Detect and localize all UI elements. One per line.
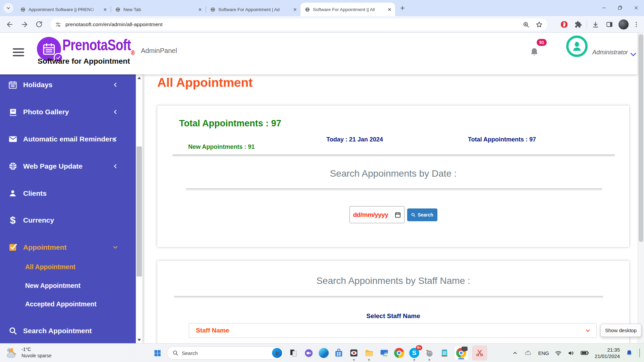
- show-desktop-button[interactable]: [639, 349, 640, 357]
- bookmark-star-icon[interactable]: [536, 21, 543, 28]
- forward-button[interactable]: [20, 20, 29, 28]
- sidebar-item-currency[interactable]: $ Currency: [0, 212, 134, 229]
- zoom-in-icon[interactable]: [523, 21, 530, 28]
- user-role-label[interactable]: Administrator: [592, 49, 628, 56]
- edge-browser-icon[interactable]: [318, 347, 329, 359]
- back-button[interactable]: [6, 20, 14, 28]
- brand-title[interactable]: PrenotaSoft®: [62, 36, 135, 54]
- tab-close-icon[interactable]: [197, 6, 203, 12]
- tab-close-icon[interactable]: [292, 6, 298, 12]
- irfanview-icon[interactable]: [348, 347, 360, 359]
- menu-icon[interactable]: [631, 16, 642, 33]
- snipping-tool-icon[interactable]: [472, 346, 487, 360]
- calendar-icon: [7, 80, 18, 89]
- chevron-up-icon[interactable]: [512, 350, 518, 356]
- user-menu-chevron-icon[interactable]: [629, 50, 637, 58]
- sidebar-item-web-page-update[interactable]: Web Page Update: [0, 158, 134, 175]
- page-scrollbar[interactable]: [638, 33, 644, 343]
- sidebar-item-photo-gallery[interactable]: Photo Gallery: [0, 103, 134, 121]
- side-panel-icon[interactable]: [602, 16, 616, 33]
- date-input[interactable]: dd/mm/yyyy: [350, 206, 405, 223]
- chevron-down-icon: [112, 244, 119, 251]
- sidebar-item-appointment[interactable]: Appointment: [0, 239, 134, 256]
- sidebar-subitem-accepted-appointment[interactable]: Accepted Appointment: [0, 297, 134, 311]
- sidebar-item-email-reminders[interactable]: Automatic email Reminders: [0, 130, 134, 148]
- running-indicator: [414, 359, 415, 361]
- bing-icon[interactable]: b: [272, 348, 282, 358]
- search-icon: [411, 213, 416, 217]
- staff-search-card: Search Appoinments by Staff Name : Selec…: [157, 261, 629, 343]
- widgets-app-icon[interactable]: [288, 347, 299, 359]
- stat-today-date: Today : 21 Jan 2024: [326, 136, 383, 143]
- scrollbar-thumb[interactable]: [137, 146, 142, 277]
- brand-text: PrenotaSoft: [62, 36, 131, 54]
- microsoft-store-icon[interactable]: [333, 347, 344, 359]
- page-scrollbar-thumb[interactable]: [639, 34, 643, 242]
- globe-favicon: [20, 7, 26, 12]
- notification-count-badge[interactable]: 91: [537, 39, 547, 46]
- start-button[interactable]: [152, 347, 163, 359]
- reload-button[interactable]: [35, 20, 43, 28]
- taskbar-weather-widget[interactable]: -1°C Nuvole sparse: [5, 346, 52, 359]
- tab-close-icon[interactable]: [102, 6, 108, 12]
- restore-button[interactable]: [612, 0, 628, 15]
- tray-date: 21/01/2024: [595, 353, 620, 360]
- tray-notification-bell-icon[interactable]: [626, 349, 633, 357]
- chrome-active-window[interactable]: [454, 346, 469, 360]
- download-icon[interactable]: [588, 16, 602, 33]
- minimize-button[interactable]: [596, 0, 612, 15]
- sidebar-item-clients[interactable]: Clients: [0, 185, 134, 202]
- chrome-icon[interactable]: [393, 347, 405, 359]
- skype-icon[interactable]: S9+: [409, 347, 420, 359]
- sidebar-subitem-new-appointment[interactable]: New Appointment: [0, 279, 134, 292]
- calendar-picker-icon[interactable]: [394, 212, 401, 218]
- volume-icon[interactable]: [568, 350, 575, 357]
- tab-title: New Tab: [123, 7, 194, 12]
- close-button[interactable]: [628, 0, 644, 15]
- tab-close-icon[interactable]: [386, 6, 392, 12]
- url-text[interactable]: prenotasoft.com/en/admin/all-appointment: [65, 21, 523, 27]
- extensions-icon[interactable]: [571, 16, 585, 33]
- plus-icon: [400, 5, 405, 11]
- battery-icon[interactable]: [580, 349, 589, 357]
- running-indicator: [429, 359, 430, 361]
- scrollbar-up-arrow[interactable]: [136, 74, 143, 81]
- new-tab-button[interactable]: [398, 3, 407, 13]
- sidebar-subitem-all-appointment[interactable]: All Appointment: [0, 260, 134, 274]
- tab-search-button[interactable]: [3, 3, 13, 13]
- weather-icon: [5, 346, 18, 359]
- window-controls: [596, 0, 644, 15]
- site-settings-icon[interactable]: [55, 21, 61, 28]
- show-desktop-tooltip: Show desktop: [600, 324, 641, 337]
- taskbar-center-icons: Search b S9+: [152, 344, 487, 362]
- divider: [186, 188, 602, 189]
- notepad-icon[interactable]: [439, 347, 450, 359]
- chat-app-icon[interactable]: [303, 347, 314, 359]
- gimp-icon[interactable]: [424, 347, 435, 359]
- onedrive-cloud-icon[interactable]: [524, 349, 532, 357]
- tab-title: Appointment Software || PRENO: [29, 7, 99, 12]
- url-bar[interactable]: prenotasoft.com/en/admin/all-appointment: [50, 18, 547, 31]
- sidebar-scrollbar[interactable]: [136, 74, 143, 343]
- hamburger-menu-icon[interactable]: [13, 48, 24, 56]
- taskbar-search-box[interactable]: Search b: [167, 346, 284, 360]
- tab-3[interactable]: Software For Appointment | Ad: [206, 3, 301, 16]
- user-avatar[interactable]: [566, 36, 588, 57]
- staff-name-select[interactable]: Staff Name: [189, 323, 597, 338]
- sidebar-item-search-appointment[interactable]: Search Appointment: [0, 322, 134, 340]
- language-indicator[interactable]: ENG: [538, 350, 549, 356]
- sidebar-item-holidays[interactable]: Holidays: [0, 76, 134, 94]
- file-explorer-icon[interactable]: [363, 347, 375, 359]
- adblock-icon[interactable]: [557, 16, 571, 33]
- remote-desktop-icon[interactable]: [378, 347, 390, 359]
- notification-bell-icon[interactable]: [529, 47, 539, 57]
- wifi-icon[interactable]: [555, 350, 562, 357]
- active-window-indicator: [458, 358, 464, 359]
- profile-avatar[interactable]: [616, 16, 631, 33]
- scrollbar-down-arrow[interactable]: [136, 337, 143, 343]
- search-by-date-button[interactable]: Search: [407, 208, 437, 221]
- tab-2[interactable]: New Tab: [111, 3, 206, 16]
- tab-4-active[interactable]: Software For Appointment || All: [301, 3, 395, 16]
- clock-widget[interactable]: 21:35 21/01/2024: [595, 347, 620, 360]
- tab-1[interactable]: Appointment Software || PRENO: [16, 3, 111, 16]
